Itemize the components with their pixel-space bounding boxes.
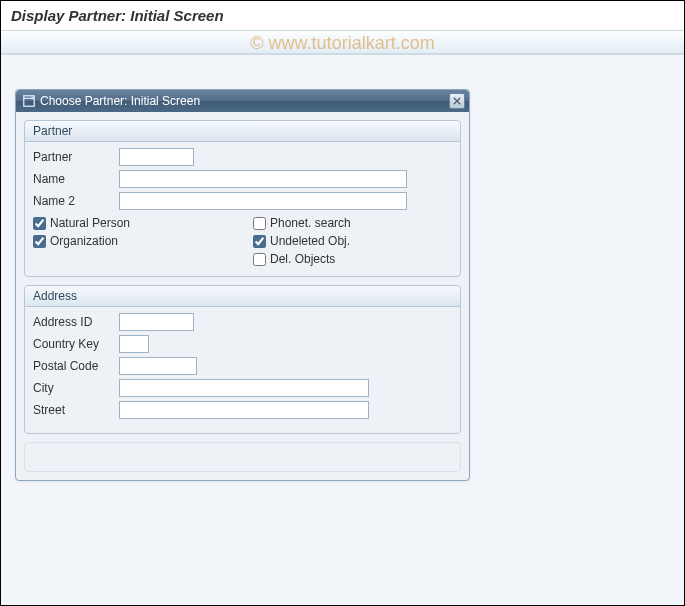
natural-person-checkbox-row[interactable]: Natural Person [33, 216, 253, 230]
address-group: Address Address ID Country Key Postal Co… [24, 285, 461, 434]
name2-label: Name 2 [33, 194, 119, 208]
phonet-search-label: Phonet. search [270, 216, 351, 230]
dialog-icon [22, 94, 36, 108]
postal-code-input[interactable] [119, 357, 197, 375]
street-label: Street [33, 403, 119, 417]
name2-input[interactable] [119, 192, 407, 210]
organization-checkbox-row[interactable]: Organization [33, 234, 253, 248]
close-button[interactable] [449, 93, 465, 109]
partner-input[interactable] [119, 148, 194, 166]
organization-checkbox[interactable] [33, 235, 46, 248]
choose-partner-dialog: Choose Partner: Initial Screen Partner P… [15, 89, 470, 481]
undeleted-obj-label: Undeleted Obj. [270, 234, 350, 248]
organization-label: Organization [50, 234, 118, 248]
partner-group: Partner Partner Name Name 2 [24, 120, 461, 277]
undeleted-obj-checkbox[interactable] [253, 235, 266, 248]
address-id-label: Address ID [33, 315, 119, 329]
dialog-header[interactable]: Choose Partner: Initial Screen [16, 90, 469, 112]
city-input[interactable] [119, 379, 369, 397]
undeleted-obj-checkbox-row[interactable]: Undeleted Obj. [253, 234, 351, 248]
country-key-input[interactable] [119, 335, 149, 353]
natural-person-checkbox[interactable] [33, 217, 46, 230]
del-objects-checkbox-row[interactable]: Del. Objects [253, 252, 351, 266]
del-objects-label: Del. Objects [270, 252, 335, 266]
name-input[interactable] [119, 170, 407, 188]
phonet-search-checkbox-row[interactable]: Phonet. search [253, 216, 351, 230]
toolbar-area [1, 30, 684, 54]
dialog-title: Choose Partner: Initial Screen [40, 94, 449, 108]
del-objects-checkbox[interactable] [253, 253, 266, 266]
phonet-search-checkbox[interactable] [253, 217, 266, 230]
dialog-body: Partner Partner Name Name 2 [16, 112, 469, 480]
address-id-input[interactable] [119, 313, 194, 331]
page-title: Display Partner: Initial Screen [1, 1, 684, 30]
name-label: Name [33, 172, 119, 186]
natural-person-label: Natural Person [50, 216, 130, 230]
city-label: City [33, 381, 119, 395]
street-input[interactable] [119, 401, 369, 419]
partner-label: Partner [33, 150, 119, 164]
close-icon [453, 97, 461, 105]
country-key-label: Country Key [33, 337, 119, 351]
dialog-footer-area [24, 442, 461, 472]
postal-code-label: Postal Code [33, 359, 119, 373]
address-group-title: Address [25, 286, 460, 307]
partner-group-title: Partner [25, 121, 460, 142]
